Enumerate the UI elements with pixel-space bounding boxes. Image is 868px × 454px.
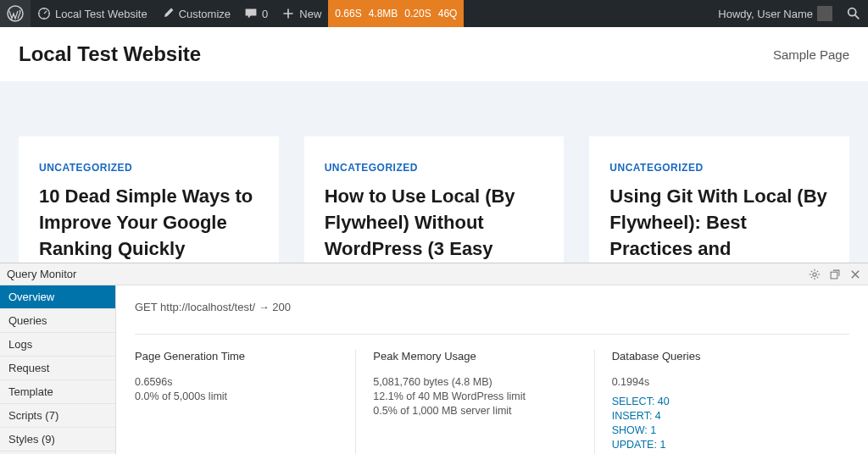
sidebar-item-queries[interactable]: Queries	[0, 309, 115, 333]
qm-header-controls	[809, 269, 861, 280]
db-show[interactable]: SHOW: 1	[612, 424, 815, 436]
post-category[interactable]: UNCATEGORIZED	[39, 162, 259, 174]
new-label: New	[299, 8, 321, 20]
qm-queries: 46Q	[438, 8, 458, 19]
popout-icon[interactable]	[829, 269, 841, 280]
qm-request-line: GET http://localhost/test/ → 200	[135, 301, 849, 313]
qm-stats: Page Generation Time 0.6596s 0.0% of 5,0…	[135, 350, 849, 454]
qm-stats-bar[interactable]: 0.66S 4.8MB 0.20S 46Q	[328, 0, 464, 27]
post-title[interactable]: How to Use Local (By Flywheel) Without W…	[325, 184, 544, 262]
site-nav-link[interactable]: Sample Page	[773, 47, 849, 62]
avatar	[817, 6, 832, 21]
qm-main: GET http://localhost/test/ → 200 Page Ge…	[116, 285, 868, 454]
svg-point-3	[813, 272, 816, 275]
admin-bar-left: Local Test Website Customize 0 New 0.66S…	[0, 0, 711, 27]
sidebar-item-template[interactable]: Template	[0, 380, 115, 404]
comments-item[interactable]: 0	[237, 0, 275, 27]
stat-wp-limit: 12.1% of 40 MB WordPress limit	[373, 390, 576, 402]
sidebar-item-request[interactable]: Request	[0, 357, 115, 380]
site-title[interactable]: Local Test Website	[19, 42, 201, 66]
admin-bar-right: Howdy, User Name	[711, 0, 868, 27]
svg-rect-4	[831, 272, 837, 279]
plus-icon	[281, 7, 295, 20]
wp-logo-item[interactable]	[0, 0, 31, 27]
stat-title: Peak Memory Usage	[373, 350, 576, 363]
dashboard-icon	[37, 7, 51, 20]
howdy-item[interactable]: Howdy, User Name	[711, 0, 839, 27]
qm-dbtime: 0.20S	[404, 8, 431, 19]
post-category[interactable]: UNCATEGORIZED	[609, 162, 829, 174]
stat-title: Database Queries	[612, 350, 815, 363]
site-header: Local Test Website Sample Page	[0, 27, 868, 81]
gear-icon[interactable]	[809, 269, 821, 280]
qm-header-title: Query Monitor	[7, 268, 809, 280]
qm-body: Overview Queries Logs Request Template S…	[0, 285, 868, 454]
comments-count: 0	[262, 8, 268, 20]
stat-value: 0.1994s	[612, 376, 815, 388]
qm-stat-mem: Peak Memory Usage 5,081,760 bytes (4.8 M…	[373, 350, 594, 454]
qm-stat-pgt: Page Generation Time 0.6596s 0.0% of 5,0…	[135, 350, 356, 454]
db-select[interactable]: SELECT: 40	[612, 396, 815, 407]
qm-mem: 4.8MB	[369, 8, 398, 19]
db-insert[interactable]: INSERT: 4	[612, 410, 815, 422]
stat-limit: 0.0% of 5,000s limit	[135, 390, 338, 402]
sidebar-item-logs[interactable]: Logs	[0, 333, 115, 357]
customize-label: Customize	[179, 8, 231, 20]
sidebar-item-scripts[interactable]: Scripts (7)	[0, 404, 115, 428]
search-icon[interactable]	[846, 6, 861, 21]
wordpress-icon	[7, 5, 24, 22]
close-icon[interactable]	[849, 269, 861, 280]
sidebar-item-styles[interactable]: Styles (9)	[0, 428, 115, 451]
query-monitor-panel: Query Monitor Overview Queries Logs Requ…	[0, 263, 868, 454]
comment-icon	[244, 7, 258, 20]
admin-site-name: Local Test Website	[55, 8, 147, 20]
brush-icon	[161, 7, 175, 20]
qm-time: 0.66S	[335, 8, 361, 19]
post-category[interactable]: UNCATEGORIZED	[325, 162, 544, 174]
qm-sidebar[interactable]: Overview Queries Logs Request Template S…	[0, 285, 116, 454]
howdy-text: Howdy, User Name	[718, 8, 813, 20]
admin-bar: Local Test Website Customize 0 New 0.66S…	[0, 0, 868, 27]
stat-value: 5,081,760 bytes (4.8 MB)	[373, 376, 576, 388]
stat-title: Page Generation Time	[135, 350, 338, 363]
stat-value: 0.6596s	[135, 376, 338, 388]
qm-header: Query Monitor	[0, 263, 868, 285]
qm-divider	[135, 334, 849, 335]
new-item[interactable]: New	[275, 0, 328, 27]
svg-point-2	[849, 8, 856, 16]
db-update[interactable]: UPDATE: 1	[612, 439, 815, 451]
post-title[interactable]: 10 Dead Simple Ways to Improve Your Goog…	[39, 184, 259, 262]
customize-item[interactable]: Customize	[154, 0, 237, 27]
stat-server-limit: 0.5% of 1,000 MB server limit	[373, 405, 576, 417]
site-name-item[interactable]: Local Test Website	[31, 0, 154, 27]
sidebar-item-overview[interactable]: Overview	[0, 285, 115, 309]
qm-stat-db: Database Queries 0.1994s SELECT: 40 INSE…	[612, 350, 832, 454]
